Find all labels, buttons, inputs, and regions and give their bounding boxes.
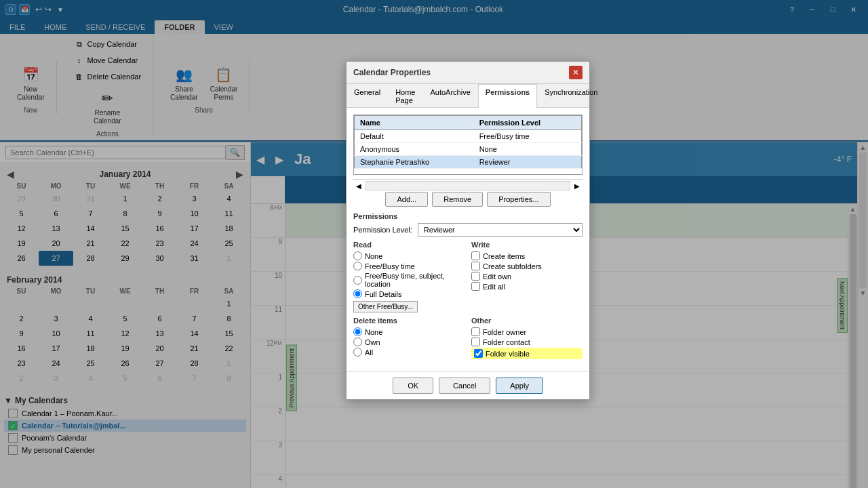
ok-button[interactable]: OK [393,378,433,394]
dialog-titlebar: Calendar Properties ✕ [347,62,589,84]
perm-row-anonymous[interactable]: Anonymous None [355,143,582,156]
write-column: Write Create items Create subfolders Edi… [471,241,583,312]
permissions-table-container: Name Permission Level Default Free/Busy … [353,115,583,175]
read-column: Read None Free/Busy time Free/Busy time,… [353,241,465,312]
perm-level-default: Free/Busy time [474,130,582,143]
delete-all-option[interactable]: All [353,348,465,357]
perm-row-default[interactable]: Default Free/Busy time [355,130,582,143]
add-button[interactable]: Add... [385,192,428,207]
dialog-title: Calendar Properties [353,68,431,77]
read-freebusy-subject-option[interactable]: Free/Busy time, subject, location [353,272,465,288]
delete-none-radio[interactable] [353,327,362,336]
dialog-tabs: General Home Page AutoArchive Permission… [347,84,589,108]
permissions-label: Permissions [353,212,583,220]
apply-button[interactable]: Apply [496,378,543,394]
delete-none-option[interactable]: None [353,327,465,336]
permissions-table: Name Permission Level Default Free/Busy … [354,115,582,169]
tab-autoarchive[interactable]: AutoArchive [422,84,477,108]
other-title: Other [471,317,583,325]
perm-name-stephanie: Stephanie Petrashko [355,156,474,169]
modal-overlay: Calendar Properties ✕ General Home Page … [0,0,868,488]
tab-synchronization[interactable]: Synchronization [537,84,605,108]
read-freebusy-option[interactable]: Free/Busy time [353,262,465,270]
delete-own-option[interactable]: Own [353,338,465,346]
dialog-body: Name Permission Level Default Free/Busy … [347,108,589,371]
table-scroll-right[interactable]: ▶ [572,182,583,190]
other-free-busy-button[interactable]: Other Free/Busy... [353,301,418,312]
folder-visible-checkbox[interactable] [474,349,483,358]
delete-all-radio[interactable] [353,348,362,357]
calendar-properties-dialog: Calendar Properties ✕ General Home Page … [346,61,590,400]
perm-table-scroll: ◀ ▶ [353,179,583,192]
read-full-details-radio[interactable] [353,289,362,298]
permission-level-label: Permission Level: [353,226,412,234]
perm-action-buttons: Add... Remove Properties... [353,192,583,207]
col-name: Name [355,116,474,130]
cancel-button[interactable]: Cancel [439,378,490,394]
permission-level-row: Permission Level: Reviewer Owner Editor … [353,223,583,237]
read-full-details-option[interactable]: Full Details [353,289,465,298]
permissions-columns: Read None Free/Busy time Free/Busy time,… [353,241,583,312]
dialog-footer: OK Cancel Apply [347,371,589,399]
folder-owner-option[interactable]: Folder owner [471,327,583,336]
perm-level-stephanie: Reviewer [474,156,582,169]
create-subfolders-checkbox[interactable] [471,262,480,270]
delete-other-columns: Delete items None Own All Other Fo [353,317,583,361]
edit-own-option[interactable]: Edit own [471,272,583,281]
folder-owner-checkbox[interactable] [471,327,480,336]
folder-contact-checkbox[interactable] [471,338,480,346]
read-none-radio[interactable] [353,251,362,260]
write-title: Write [471,241,583,249]
create-items-option[interactable]: Create items [471,251,583,260]
properties-button[interactable]: Properties... [487,192,550,207]
dialog-close-button[interactable]: ✕ [569,66,583,79]
folder-visible-option[interactable]: Folder visible [471,348,583,359]
edit-all-option[interactable]: Edit all [471,282,583,291]
tab-general[interactable]: General [347,84,388,108]
edit-own-checkbox[interactable] [471,272,480,281]
delete-column: Delete items None Own All [353,317,465,361]
delete-own-radio[interactable] [353,338,362,346]
tab-homepage[interactable]: Home Page [388,84,422,108]
table-scroll-left[interactable]: ◀ [353,182,364,190]
create-items-checkbox[interactable] [471,251,480,260]
read-freebusy-radio[interactable] [353,262,362,270]
other-column: Other Folder owner Folder contact Folder… [471,317,583,361]
create-subfolders-option[interactable]: Create subfolders [471,262,583,270]
permission-level-select[interactable]: Reviewer Owner Editor None [418,223,583,237]
perm-name-default: Default [355,130,474,143]
col-permission-level: Permission Level [474,116,582,130]
table-scrollbar[interactable] [366,181,570,190]
tab-permissions[interactable]: Permissions [478,84,537,108]
permissions-section: Permissions Permission Level: Reviewer O… [353,212,583,237]
perm-row-stephanie[interactable]: Stephanie Petrashko Reviewer [355,156,582,169]
folder-contact-option[interactable]: Folder contact [471,338,583,346]
perm-name-anonymous: Anonymous [355,143,474,156]
read-freebusy-subject-radio[interactable] [353,276,362,285]
remove-button[interactable]: Remove [432,192,483,207]
perm-level-anonymous: None [474,143,582,156]
delete-title: Delete items [353,317,465,325]
edit-all-checkbox[interactable] [471,282,480,291]
read-none-option[interactable]: None [353,251,465,260]
read-title: Read [353,241,465,249]
